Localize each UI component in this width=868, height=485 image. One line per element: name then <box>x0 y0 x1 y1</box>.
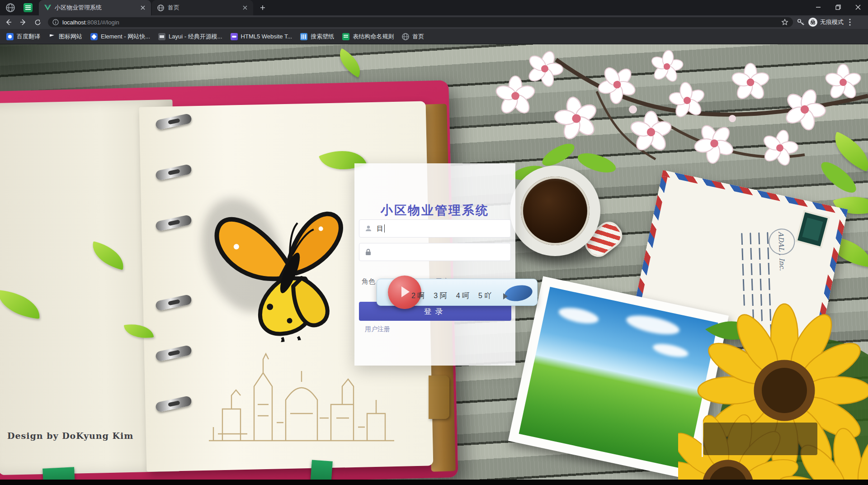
toolbar-right: 无痕模式 <box>797 18 855 27</box>
login-panel: 小区物业管理系统 目 角色 管理员 用户 登录 用户注册 <box>354 163 515 366</box>
address-bar[interactable]: localhost:8081/#/login <box>48 17 793 27</box>
forward-button[interactable] <box>17 16 29 28</box>
tab-strip: 小区物业管理系统 首页 <box>0 0 868 15</box>
login-title: 小区物业管理系统 <box>354 202 515 219</box>
close-button[interactable] <box>848 0 868 14</box>
tab-title: 小区物业管理系统 <box>55 4 136 12</box>
ime-next-page-icon[interactable] <box>503 293 508 300</box>
bookmark-homepage[interactable]: 首页 <box>402 33 424 41</box>
bookmark-element[interactable]: Element - 网站快... <box>90 33 150 41</box>
site-info-icon[interactable] <box>52 19 59 25</box>
browser-window: 小区物业管理系统 首页 <box>0 0 868 485</box>
flag-icon <box>48 33 56 40</box>
globe-icon <box>157 5 164 11</box>
baidu-translate-icon <box>6 33 14 40</box>
password-field[interactable] <box>359 243 511 261</box>
text-caret <box>384 224 385 233</box>
table-rules-icon <box>342 33 349 40</box>
refresh-button[interactable] <box>32 16 43 28</box>
tab-close-icon[interactable] <box>139 4 146 11</box>
bookmark-star-icon[interactable] <box>781 19 788 26</box>
minimize-button[interactable] <box>808 0 828 14</box>
ime-candidate[interactable]: 4 呵 <box>456 291 469 301</box>
new-tab-button[interactable] <box>257 2 269 14</box>
ime-candidate[interactable]: 3 阿 <box>434 291 447 301</box>
ime-candidate[interactable]: 2 啊 <box>411 291 425 301</box>
username-field[interactable]: 目 <box>359 219 511 238</box>
password-key-icon[interactable] <box>797 18 805 26</box>
wallpaper-icon <box>300 33 307 40</box>
url-host: localhost <box>62 19 85 26</box>
cloud <box>625 312 681 338</box>
notebook-side-tab <box>429 376 449 419</box>
html5-template-icon <box>231 33 238 40</box>
lock-icon <box>365 248 372 256</box>
bookmark-baidu-translate[interactable]: 百度翻译 <box>6 33 40 41</box>
url-text: localhost:8081/#/login <box>62 19 119 26</box>
bookmark-layui[interactable]: Layui - 经典开源模... <box>158 33 222 41</box>
bookmark-html5-template[interactable]: HTML5 Website T... <box>231 33 292 40</box>
vue-icon <box>44 5 51 11</box>
butterfly-image <box>204 185 368 349</box>
globe-icon <box>402 33 409 40</box>
restore-button[interactable] <box>828 0 848 14</box>
layui-icon <box>158 33 165 40</box>
incognito-label: 无痕模式 <box>820 18 844 26</box>
page-background: Design by DoKyung Kim ADAL , Inc. <box>0 44 868 485</box>
dark-overlay-band <box>703 423 817 455</box>
ime-candidates: 2 啊 3 阿 4 呵 5 吖 <box>411 291 517 301</box>
cloud <box>557 305 600 327</box>
browser-menu-icon[interactable] <box>849 19 851 26</box>
browser-logo-icon[interactable] <box>5 3 15 13</box>
element-ui-icon <box>90 33 98 40</box>
role-label: 角色 <box>362 277 375 286</box>
tab-title: 首页 <box>168 4 238 12</box>
window-controls <box>808 0 868 14</box>
pinned-notes-icon[interactable] <box>24 3 33 12</box>
register-link[interactable]: 用户注册 <box>365 325 390 333</box>
tab-close-icon[interactable] <box>241 4 249 11</box>
user-icon <box>365 225 372 232</box>
incognito-icon <box>808 18 817 27</box>
design-credit: Design by DoKyung Kim <box>7 431 133 441</box>
address-toolbar: localhost:8081/#/login 无痕模式 <box>0 15 868 29</box>
ime-candidate-bar: 2 啊 3 阿 4 呵 5 吖 <box>377 279 538 306</box>
bookmark-wallpaper-search[interactable]: 搜索壁纸 <box>300 33 334 41</box>
postage-stamp <box>797 212 828 246</box>
username-value: 目 <box>377 224 383 233</box>
tab-home[interactable]: 首页 <box>152 0 253 15</box>
ime-candidate[interactable]: 5 吖 <box>478 291 491 301</box>
url-path: :8081/#/login <box>85 19 119 26</box>
bookmarks-bar: 百度翻译 图标网站 Element - 网站快... Layui - 经典开源模… <box>0 29 868 44</box>
bottom-black-strip <box>0 480 868 485</box>
coffee-surface <box>521 176 590 245</box>
tab-property-system[interactable]: 小区物业管理系统 <box>39 0 151 15</box>
bookmark-icon-site[interactable]: 图标网站 <box>48 33 82 41</box>
bookmark-table-naming[interactable]: 表结构命名规则 <box>342 33 394 41</box>
back-button[interactable] <box>3 16 14 28</box>
